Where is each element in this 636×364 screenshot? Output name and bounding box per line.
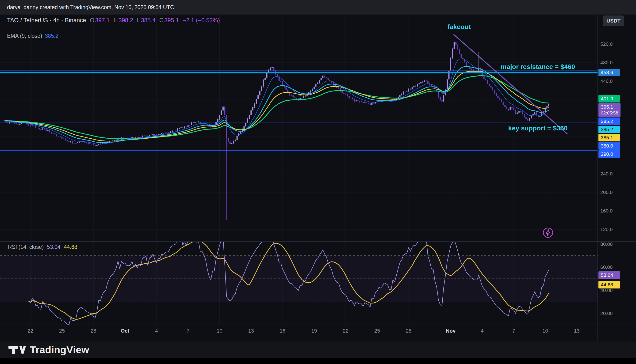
ema-legend[interactable]: EMA (9, close) 385.2 xyxy=(7,33,59,39)
price-axis-label: 200.0 xyxy=(600,190,613,195)
time-axis-label: 28 xyxy=(406,328,411,334)
open-label: O xyxy=(90,17,94,24)
open-value: 397.1 xyxy=(95,17,110,24)
ema-label: EMA (9, close) xyxy=(7,33,42,39)
price-axis-label: 120.0 xyxy=(600,226,613,232)
time-axis-label: 28 xyxy=(91,328,96,334)
time-axis-label: 25 xyxy=(59,328,65,334)
high-label: H xyxy=(114,17,118,24)
price-badge: 385.2 xyxy=(598,118,620,125)
tradingview-logo-icon xyxy=(8,343,26,356)
rsi-ma-value: 44.68 xyxy=(64,244,78,250)
change-value: −2.1 (−0.53%) xyxy=(183,17,220,24)
pane-separator[interactable] xyxy=(0,241,636,242)
attribution-text: darya_danny created with TradingView.com… xyxy=(7,4,174,10)
time-axis-label: 19 xyxy=(311,328,317,334)
low-label: L xyxy=(137,17,140,24)
collapsed-indicator-legend[interactable]: ... xyxy=(7,24,14,31)
high-value: 398.2 xyxy=(119,17,133,24)
time-axis-label: 13 xyxy=(574,328,579,334)
time-axis-label: 10 xyxy=(217,328,222,334)
price-axis-label: 240.0 xyxy=(600,171,613,176)
price-axis-label: 160.0 xyxy=(600,208,613,214)
time-axis-label: 25 xyxy=(374,328,380,334)
time-axis-label: 16 xyxy=(280,328,285,334)
lightning-icon xyxy=(542,226,554,239)
rsi-axis-label: 20.00 xyxy=(600,310,613,316)
rsi-value: 53.04 xyxy=(47,244,61,250)
price-axis-label: 440.0 xyxy=(600,78,613,84)
price-badge: 458.6 xyxy=(598,69,620,76)
price-axis-label: 520.0 xyxy=(600,41,613,47)
time-axis-label: 7 xyxy=(187,328,189,334)
candle-countdown: 02:05:58 xyxy=(601,110,618,116)
tradingview-wordmark[interactable]: TradingView xyxy=(30,344,89,356)
time-axis-label: 10 xyxy=(542,328,548,334)
low-value: 385.4 xyxy=(141,17,156,24)
annotation-resistance[interactable]: major resistance = $460 xyxy=(501,63,575,70)
price-badge: 385.2 xyxy=(598,126,620,133)
tradingview-chart-screenshot: darya_danny created with TradingView.com… xyxy=(0,0,636,364)
annotation-fakeout[interactable]: fakeout xyxy=(447,23,471,31)
rsi-axis-label: 60.00 xyxy=(600,264,613,270)
time-axis-label: Nov xyxy=(446,328,456,334)
annotation-support[interactable]: key support = $350 xyxy=(508,124,568,132)
boost-button[interactable] xyxy=(542,226,554,239)
time-axis-label: 4 xyxy=(481,328,484,334)
attribution-bar: darya_danny created with TradingView.com… xyxy=(0,0,636,14)
time-axis-label: 22 xyxy=(28,328,33,334)
price-axis-border xyxy=(597,14,598,341)
ema-value: 385.2 xyxy=(45,33,59,39)
rsi-badge: 53.04 xyxy=(598,271,620,279)
price-axis-label: 480.0 xyxy=(600,60,613,66)
rsi-axis-label: 80.00 xyxy=(600,241,613,247)
rsi-label: RSI (14, close) xyxy=(8,244,44,250)
rsi-badge: 44.68 xyxy=(598,281,620,288)
rsi-legend[interactable]: RSI (14, close) 53.04 44.68 xyxy=(8,244,77,250)
time-axis-label: Oct xyxy=(121,328,129,334)
bottom-strip xyxy=(0,358,636,364)
time-axis-separator xyxy=(0,324,636,325)
symbol-title: TAO / TetherUS · 4h · Binance xyxy=(7,17,86,24)
close-value: 395.1 xyxy=(164,17,179,24)
chart-canvas[interactable] xyxy=(0,0,636,364)
symbol-legend[interactable]: TAO / TetherUS · 4h · Binance O397.1 H39… xyxy=(7,17,220,24)
price-badge: 401.9 xyxy=(598,95,620,102)
close-label: C xyxy=(159,17,164,24)
currency-toggle-button[interactable]: USDT xyxy=(603,16,624,26)
tradingview-logo-bar: TradingView xyxy=(0,342,636,358)
time-axis-label: 22 xyxy=(343,328,348,334)
price-badge: 290.0 xyxy=(598,150,620,158)
price-badge: 385.1 xyxy=(598,134,620,142)
time-axis-label: 4 xyxy=(155,328,158,334)
price-badge: 350.0 xyxy=(598,142,620,150)
time-axis-label: 13 xyxy=(248,328,254,334)
last-price-badge: 395.102:05:58 xyxy=(598,103,620,117)
time-axis-label: 7 xyxy=(512,328,515,334)
